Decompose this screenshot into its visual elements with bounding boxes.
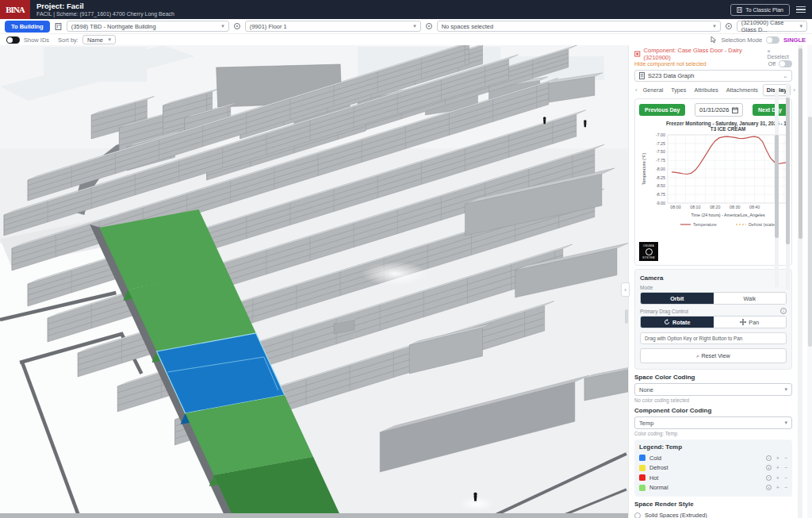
onuma-system-logo: ONUMASYSTEM [639,242,658,261]
next-day-button[interactable]: Next Day [753,104,787,116]
normal-swatch [639,485,645,491]
to-building-button[interactable]: To Building [5,21,50,33]
space-color-title: Space Color Coding [634,374,792,381]
tab-attributes[interactable]: Attributes [691,85,721,95]
tab-attachments[interactable]: Attachments [723,85,761,95]
data-graph-select[interactable]: S223 Data Graph ⌄ [634,70,792,82]
page-scrollbar[interactable] [807,45,812,518]
svg-text:-8.50: -8.50 [656,183,665,188]
minus-icon[interactable]: − [784,485,787,490]
reset-view-button[interactable]: ⌕ Reset View [640,348,787,363]
spaces-select[interactable]: No spaces selected▾ [437,21,721,32]
mode-label: Mode [640,285,787,290]
hot-swatch [639,474,645,481]
building-icon [55,23,62,30]
svg-text:Temperature: Temperature [693,222,717,227]
rotate-icon [664,319,670,325]
3d-viewport[interactable] [0,45,628,518]
plus-icon[interactable]: + [776,475,779,481]
drag-control-segmented: Rotate Pan [640,316,787,328]
building-select[interactable]: (3598) TBD - Northgate Building▾ [67,21,229,32]
gear-icon[interactable] [234,23,240,29]
svg-text:08:00: 08:00 [670,205,680,209]
gear-icon[interactable] [426,23,432,29]
selection-mode-value: SINGLE [783,36,806,44]
eye-icon[interactable] [766,475,772,481]
component-select[interactable]: (3210900) Case Glass D...▾ [737,21,807,32]
tab-content-scrollbar[interactable] [786,83,790,290]
panel-collapse-icon[interactable]: › [621,282,630,297]
tabs-scroll-right-icon[interactable]: › [792,86,796,94]
chevron-down-icon: ▾ [708,23,716,29]
panel-scrollbar[interactable] [798,45,802,518]
show-ids-toggle[interactable] [6,36,20,44]
eye-icon[interactable] [766,465,772,470]
radio-solid-spaces[interactable]: Solid Spaces (Extruded) [634,510,792,518]
pan-button[interactable]: Pan [714,317,787,328]
svg-text:08:20: 08:20 [710,205,720,209]
gear-icon[interactable] [726,23,732,29]
info-icon[interactable]: i [780,308,787,314]
panel-resize-handle[interactable] [625,309,628,324]
graph-scrollbar[interactable] [775,89,779,287]
tabs-scroll-left-icon[interactable]: ‹ [634,86,638,94]
chevron-down-icon: ▾ [795,23,802,29]
plus-icon[interactable]: + [776,485,779,490]
menu-icon[interactable] [796,6,806,13]
plus-icon[interactable]: + [776,455,779,461]
drag-control-label: Primary Drag Control [640,309,688,314]
legend-item-hot: Hot +− [639,473,787,483]
selection-mode-toggle[interactable] [766,36,779,44]
walk-button[interactable]: Walk [714,293,787,304]
legend-item-cold: Cold +− [639,453,787,463]
chevron-down-icon: ▾ [408,23,416,29]
date-input[interactable]: 01/31/2026 [695,103,744,117]
minus-icon[interactable]: − [784,465,787,470]
svg-text:08:40: 08:40 [749,205,760,209]
plus-icon[interactable]: + [776,465,779,470]
view-options-bar: Show IDs Sort by: Name▾ Selection Mode S… [0,34,812,45]
rotate-button[interactable]: Rotate [641,317,714,328]
chevron-down-icon: ▾ [779,420,787,426]
hide-component-toggle[interactable] [779,60,792,67]
eye-icon[interactable] [766,455,772,461]
camera-section: Camera Mode Orbit Walk Primary Drag Cont… [634,269,792,370]
sort-by-label: Sort by: [58,36,79,44]
chevron-down-icon: ⌄ [783,73,787,79]
minus-icon[interactable]: − [784,475,787,481]
to-classic-plan-button[interactable]: To Classic Plan [730,4,790,16]
chevron-down-icon: ▾ [103,36,111,43]
space-color-note: No color coding selected [634,397,792,403]
space-color-select[interactable]: None▾ [634,383,792,396]
graph-card: Previous Day 01/31/2026 Next Day Freezer… [634,98,792,266]
render-style-title: Space Render Style [634,501,792,508]
project-subtitle: FACIL | Scheme: (9177_1601) 4700 Cherry … [36,10,174,17]
sort-select[interactable]: Name▾ [82,35,116,44]
svg-text:T3 ICE CREAM: T3 ICE CREAM [710,126,745,132]
app-logo[interactable]: BINA [0,0,30,19]
orbit-button[interactable]: Orbit [641,293,714,304]
svg-text:-7.25: -7.25 [656,141,665,146]
minus-icon[interactable]: − [784,455,787,461]
cursor-icon [710,36,717,44]
cold-swatch [639,455,645,461]
context-toolbar: To Building (3598) TBD - Northgate Build… [0,19,812,34]
component-color-note: Color coding: Temp [634,431,792,436]
right-panel-area: Component: Case Glass Door - Dairy (3210… [628,45,812,518]
project-title: Project: Facil [36,2,174,10]
deselect-button[interactable]: × Deselect [768,48,793,59]
top-navbar: BINA Project: Facil FACIL | Scheme: (917… [0,0,812,19]
chevron-down-icon: ▾ [779,386,787,393]
tab-general[interactable]: General [640,85,667,95]
floor-select[interactable]: (9901) Floor 1▾ [245,21,421,32]
defrost-swatch [639,465,645,471]
3d-scene[interactable] [0,45,628,518]
component-color-select[interactable]: Temp▾ [634,416,792,429]
document-icon [639,72,645,79]
component-icon [634,51,641,57]
tab-types[interactable]: Types [668,85,689,95]
building-icon [737,7,742,13]
radio-icon[interactable] [634,512,641,518]
eye-icon[interactable] [766,485,772,490]
previous-day-button[interactable]: Previous Day [639,104,685,116]
